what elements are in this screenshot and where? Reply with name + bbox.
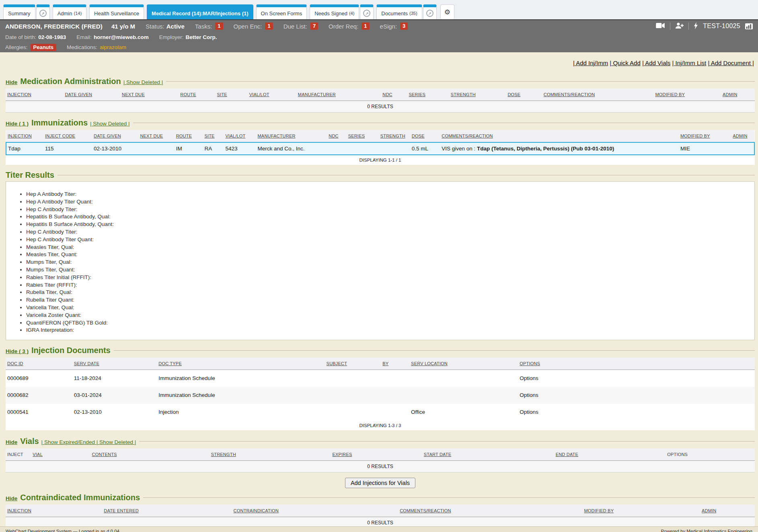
video-camera-icon[interactable]: [656, 23, 665, 30]
popout-icon: ↗: [39, 10, 47, 17]
tab-bar: Summary ↗ Admin(14) Health Surveillance …: [0, 0, 758, 20]
tab-group-documents: Documents(35) ↗: [376, 4, 436, 19]
patient-summary-row: ANDERSON, FREDERICK (FRED) 41 y/o M Stat…: [5, 20, 753, 32]
titer-item: Hep C Antibody Titer:: [26, 228, 750, 236]
hide-immunizations-link[interactable]: Hide ( 1 ): [6, 121, 29, 127]
tab-needs-signed[interactable]: Needs Signed(4): [310, 4, 359, 19]
titer-item: Hepatitis B Surface Antibody, Qual:: [26, 213, 750, 221]
tab-group-health-surveillance: Health Surveillance: [89, 4, 144, 19]
patient-details-row: Date of birth: 02-08-1983 Email: horner@…: [5, 32, 753, 42]
tab-summary-popout[interactable]: ↗: [36, 4, 50, 19]
esign-count-badge[interactable]: 3: [400, 23, 408, 30]
add-inj-imm-link[interactable]: Add Inj/Imm: [573, 60, 608, 66]
options-link[interactable]: Options: [518, 404, 755, 421]
show-expired-ended-link[interactable]: Show Expired/Ended: [41, 439, 95, 445]
page-footer: WebChart Development System — Logged in …: [0, 526, 758, 532]
employer-label: Employer:: [159, 34, 184, 40]
tab-documents-popout[interactable]: ↗: [423, 4, 437, 19]
tab-settings[interactable]: ⚙: [440, 4, 454, 19]
document-row[interactable]: 0000682 03-01-2024 Immunization Schedule…: [6, 387, 755, 404]
table-header-row: INJECTION DATE GIVEN NEXT DUE ROUTE SITE…: [6, 88, 755, 101]
medications-label: Medications:: [67, 44, 97, 50]
quick-add-link[interactable]: Quick Add: [610, 60, 640, 66]
tab-needs-signed-popout[interactable]: ↗: [360, 4, 374, 19]
due-list-label: Due List:: [283, 23, 307, 30]
add-injections-for-vials-button[interactable]: Add Injections for Vials: [345, 478, 415, 488]
hide-contraindicated-link[interactable]: Hide: [6, 495, 17, 501]
section-title: Titer Results: [6, 170, 54, 180]
allergies-label: Allergies:: [5, 44, 28, 50]
tab-medical-record-mar-injections[interactable]: Medical Record (14):MAR/Injections (1): [147, 4, 253, 19]
tab-on-screen-forms[interactable]: On Screen Forms: [256, 4, 307, 19]
popout-icon: ↗: [426, 10, 433, 17]
patient-name: ANDERSON, FREDERICK (FRED): [5, 23, 103, 30]
titer-item: Measles Titer, Qual:: [26, 244, 750, 251]
titer-item: Mumps Titer, Qual:: [26, 259, 750, 266]
footer-left-text: WebChart Development System — Logged in …: [6, 529, 119, 532]
titer-item: IGRA Interpretation:: [26, 327, 750, 334]
order-req-label: Order Req:: [329, 23, 358, 30]
medication-value[interactable]: alprazolam: [100, 44, 126, 50]
table-header-row: INJECTION INJECT CODE DATE GIVEN NEXT DU…: [6, 130, 754, 142]
inj-imm-list-link[interactable]: Inj/Imm List: [672, 60, 707, 66]
immunization-row-tdap[interactable]: Tdap 115 02-13-2010 IM RA 5423 Merck and…: [6, 142, 754, 155]
tab-summary[interactable]: Summary: [3, 4, 35, 19]
vials-table: INJECT VIAL CONTENTS STRENGTH EXPIRES ST…: [6, 448, 755, 472]
titer-item: Hep A Antibody Titer:: [26, 191, 750, 198]
titer-item: Hep C Antibody Titer Quant:: [26, 236, 750, 244]
table-header-row: DOC ID SERV DATE DOC TYPE SUBJECT BY SER…: [6, 357, 755, 370]
hide-medication-administration-link[interactable]: Hide: [6, 79, 17, 85]
patient-header-bar: ANDERSON, FREDERICK (FRED) 41 y/o M Stat…: [0, 20, 758, 52]
contraindicated-immunizations-table: INJECTION DATE ENTERED CONTRAINDICATION …: [6, 505, 755, 529]
tab-group-summary: Summary ↗: [3, 4, 50, 19]
add-user-icon[interactable]: [675, 23, 684, 30]
hide-vials-link[interactable]: Hide: [6, 439, 17, 445]
chart-icon[interactable]: [745, 23, 753, 29]
options-link[interactable]: Options: [518, 387, 755, 404]
section-title: Injection Documents: [31, 346, 111, 355]
due-list-count-badge[interactable]: 7: [310, 23, 318, 30]
titer-item: Hep A Antibody Titer Quant:: [26, 198, 750, 206]
esign-label: eSign:: [380, 23, 397, 30]
empty-results-row: 0 RESULTS: [6, 101, 755, 113]
gear-icon: ⚙: [444, 9, 450, 16]
comments-reaction-cell: VIS given on : Tdap (Tetanus, Diptheria,…: [440, 142, 679, 155]
immunizations-table: INJECTION INJECT CODE DATE GIVEN NEXT DU…: [6, 130, 755, 165]
displaying-row: DISPLAYING 1-3 / 3: [6, 421, 755, 430]
page-content: Add Inj/Imm Quick Add Add Vials Inj/Imm …: [0, 60, 758, 529]
flash-icon[interactable]: [694, 22, 698, 31]
tab-documents[interactable]: Documents(35): [376, 4, 422, 19]
status-label: Status:: [146, 23, 164, 30]
document-row[interactable]: 0000541 02-13-2010 Injection Office Opti…: [6, 404, 755, 421]
show-deleted-link[interactable]: Show Deleted: [95, 439, 136, 445]
tab-admin[interactable]: Admin(14): [53, 4, 86, 19]
hide-injection-documents-link[interactable]: Hide ( 3 ): [6, 348, 29, 354]
footer-right-text: Powered by Medical Informatics Engineeri…: [661, 529, 752, 532]
options-link[interactable]: Options: [518, 370, 755, 387]
add-document-link[interactable]: Add Document: [708, 60, 754, 66]
patient-allergies-row: Allergies: Peanuts Medications: alprazol…: [5, 42, 753, 52]
titer-item: Mumps Titer, Quant:: [26, 266, 750, 274]
open-enc-count-badge[interactable]: 1: [265, 23, 273, 30]
section-title: Contraindicated Immunizations: [20, 493, 140, 502]
document-row[interactable]: 0000689 11-18-2024 Immunization Schedule…: [6, 370, 755, 387]
show-deleted-link[interactable]: Show Deleted: [90, 121, 130, 127]
tab-health-surveillance[interactable]: Health Surveillance: [89, 4, 144, 19]
injection-documents-table: DOC ID SERV DATE DOC TYPE SUBJECT BY SER…: [6, 357, 755, 430]
patient-age-sex: 41 y/o M: [111, 23, 135, 30]
empty-results-row: 0 RESULTS: [6, 461, 755, 472]
titer-results-panel: Hep A Antibody Titer: Hep A Antibody Tit…: [6, 181, 755, 340]
titer-item: QuantiFERON (QFTBG) TB Gold:: [26, 319, 750, 327]
webchart-mar-injections-page: Summary ↗ Admin(14) Health Surveillance …: [0, 0, 758, 532]
order-req-count-badge[interactable]: 1: [362, 23, 369, 30]
add-vials-link[interactable]: Add Vials: [642, 60, 670, 66]
section-injection-documents: Hide ( 3 ) Injection Documents DOC ID SE…: [6, 346, 755, 430]
tab-group-on-screen-forms: On Screen Forms: [256, 4, 307, 19]
dob-value: 02-08-1983: [38, 34, 66, 40]
show-deleted-link[interactable]: Show Deleted: [123, 79, 163, 85]
allergy-badge[interactable]: Peanuts: [31, 44, 57, 51]
tasks-count-badge[interactable]: 1: [215, 23, 223, 30]
section-title: Medication Administration: [20, 77, 121, 86]
patient-bar-icons: TEST-10025: [656, 22, 753, 31]
titer-item: Rabies Titer (RFFIT):: [26, 281, 750, 289]
